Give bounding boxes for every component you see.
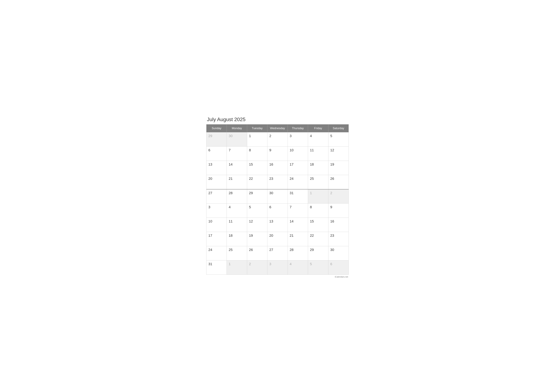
calendar-day-cell: 29	[206, 132, 227, 147]
calendar-day-cell: 15	[247, 161, 267, 175]
calendar-day-cell: 6	[206, 147, 227, 161]
calendar-day-cell: 28	[227, 189, 247, 204]
calendar-day-cell: 22	[247, 175, 267, 189]
calendar-day-cell: 26	[247, 246, 267, 260]
calendar-week-row: 6789101112	[206, 147, 349, 161]
calendar-day-cell: 27	[206, 189, 227, 204]
calendar-table: SundayMondayTuesdayWednesdayThursdayFrid…	[206, 124, 349, 275]
calendar-day-cell: 8	[247, 147, 267, 161]
calendar-day-cell: 7	[227, 147, 247, 161]
calendar-day-cell: 5	[247, 204, 267, 218]
calendar-day-cell: 4	[288, 260, 308, 275]
calendar-day-cell: 16	[328, 218, 349, 232]
calendar-day-cell: 4	[308, 132, 328, 147]
calendar-day-cell: 9	[267, 147, 288, 161]
calendar-day-cell: 10	[206, 218, 227, 232]
calendar-footer: iCalendars.net	[206, 275, 349, 278]
calendar-day-cell: 6	[328, 260, 349, 275]
calendar-day-cell: 17	[288, 161, 308, 175]
calendar-day-cell: 17	[206, 232, 227, 246]
calendar-day-cell: 11	[227, 218, 247, 232]
calendar-day-cell: 6	[267, 204, 288, 218]
calendar-day-cell: 23	[328, 232, 349, 246]
calendar-day-cell: 19	[247, 232, 267, 246]
calendar-week-row: 31123456	[206, 260, 349, 275]
calendar-day-cell: 26	[328, 175, 349, 189]
calendar-day-cell: 23	[267, 175, 288, 189]
calendar-week-row: 20212223242526	[206, 175, 349, 189]
calendar-day-cell: 5	[328, 132, 349, 147]
header-day-friday: Friday	[308, 124, 328, 132]
calendar-day-cell: 5	[308, 260, 328, 275]
calendar-day-cell: 21	[227, 175, 247, 189]
header-day-monday: Monday	[227, 124, 247, 132]
calendar-day-cell: 30	[267, 189, 288, 204]
header-day-saturday: Saturday	[328, 124, 349, 132]
calendar-day-cell: 30	[328, 246, 349, 260]
calendar-day-cell: 7	[288, 204, 308, 218]
calendar-day-cell: 1	[308, 189, 328, 204]
calendar-body: 2930123456789101112131415161718192021222…	[206, 132, 349, 275]
header-day-sunday: Sunday	[206, 124, 227, 132]
calendar-day-cell: 18	[227, 232, 247, 246]
header-day-tuesday: Tuesday	[247, 124, 267, 132]
calendar-day-cell: 14	[288, 218, 308, 232]
header-day-wednesday: Wednesday	[267, 124, 288, 132]
calendar-day-cell: 20	[206, 175, 227, 189]
calendar-day-cell: 2	[328, 189, 349, 204]
calendar-week-row: 13141516171819	[206, 161, 349, 175]
calendar-day-cell: 31	[288, 189, 308, 204]
calendar-day-cell: 19	[328, 161, 349, 175]
calendar-day-cell: 1	[247, 132, 267, 147]
calendar-day-cell: 3	[288, 132, 308, 147]
calendar-day-cell: 21	[288, 232, 308, 246]
calendar-day-cell: 11	[308, 147, 328, 161]
calendar-day-cell: 16	[267, 161, 288, 175]
calendar-day-cell: 25	[308, 175, 328, 189]
calendar-day-cell: 29	[247, 189, 267, 204]
calendar-day-cell: 4	[227, 204, 247, 218]
calendar-day-cell: 25	[227, 246, 247, 260]
calendar-day-cell: 2	[247, 260, 267, 275]
calendar-day-cell: 2	[267, 132, 288, 147]
calendar-day-cell: 24	[206, 246, 227, 260]
calendar-day-cell: 13	[206, 161, 227, 175]
calendar-day-cell: 29	[308, 246, 328, 260]
calendar-week-row: 293012345	[206, 132, 349, 147]
calendar-week-row: 24252627282930	[206, 246, 349, 260]
calendar-day-cell: 13	[267, 218, 288, 232]
calendar-day-cell: 24	[288, 175, 308, 189]
header-day-thursday: Thursday	[288, 124, 308, 132]
calendar-day-cell: 28	[288, 246, 308, 260]
calendar-day-cell: 31	[206, 260, 227, 275]
calendar-title: July August 2025	[206, 114, 349, 124]
calendar-day-cell: 15	[308, 218, 328, 232]
calendar-day-cell: 22	[308, 232, 328, 246]
calendar-week-row: 272829303112	[206, 189, 349, 204]
calendar-day-cell: 1	[227, 260, 247, 275]
calendar-day-cell: 14	[227, 161, 247, 175]
calendar-day-cell: 8	[308, 204, 328, 218]
calendar-day-cell: 12	[328, 147, 349, 161]
calendar-day-cell: 3	[267, 260, 288, 275]
calendar-week-row: 17181920212223	[206, 232, 349, 246]
calendar-day-cell: 27	[267, 246, 288, 260]
calendar-day-cell: 12	[247, 218, 267, 232]
calendar-container: July August 2025 SundayMondayTuesdayWedn…	[206, 114, 349, 278]
calendar-week-row: 3456789	[206, 204, 349, 218]
calendar-day-cell: 10	[288, 147, 308, 161]
calendar-day-cell: 3	[206, 204, 227, 218]
calendar-week-row: 10111213141516	[206, 218, 349, 232]
calendar-day-cell: 20	[267, 232, 288, 246]
calendar-day-cell: 30	[227, 132, 247, 147]
calendar-day-cell: 9	[328, 204, 349, 218]
calendar-header: SundayMondayTuesdayWednesdayThursdayFrid…	[206, 124, 349, 132]
calendar-day-cell: 18	[308, 161, 328, 175]
header-row: SundayMondayTuesdayWednesdayThursdayFrid…	[206, 124, 349, 132]
